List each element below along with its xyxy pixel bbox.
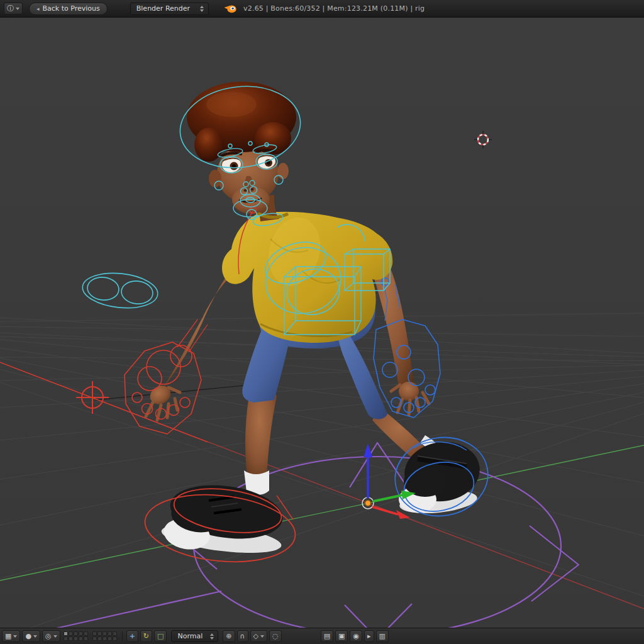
layer-toggle[interactable] [69,636,73,641]
dropdown-arrow-icon [16,8,19,10]
layer-toggle[interactable] [84,631,88,636]
snap-element-selector[interactable]: ◇ [250,630,267,642]
sequencer-display-icon: ▥ [379,633,386,640]
layer-toggle[interactable] [79,631,83,636]
gizmo-y-arrow[interactable] [373,495,402,501]
nostril [243,189,247,192]
layer-toggle[interactable] [69,631,73,636]
render-display-button[interactable]: ▣ [335,630,348,642]
grid-line [0,324,644,536]
right-thumb [391,385,400,391]
dropdown-arrow-icon [13,635,17,638]
layer-toggle[interactable] [113,631,117,636]
screen-layout-button[interactable]: ▤ [321,630,333,642]
layer-toggle[interactable] [64,631,68,636]
left-lower-leg [245,389,277,479]
layer-toggle[interactable] [103,631,107,636]
right-hand-ring[interactable] [382,362,397,377]
editor-type-selector[interactable]: ⓘ [4,3,23,14]
back-button-label: Back to Previous [43,4,100,13]
proportional-edit-button[interactable]: ◌ [269,630,282,642]
layer-toggle[interactable] [84,636,88,641]
render-display-icon: ▣ [338,633,345,640]
info-editor-icon: ⓘ [7,4,14,13]
axes-icon: ⊕ [226,633,231,640]
opengl-render-icon: ◉ [353,633,359,640]
viewport-editor-type-selector[interactable]: ▦ [2,630,20,642]
left-finger-ring[interactable] [180,397,190,408]
root-control-widget[interactable] [36,443,579,639]
sequencer-display-button[interactable]: ▥ [376,630,389,642]
origin-dot [365,501,371,506]
opengl-render-button[interactable]: ◉ [350,630,362,642]
manipulator-translate-icon: + [130,633,135,640]
dropdown-arrow-icon [260,635,264,638]
editor-type-icon: ▦ [5,633,11,640]
pivot-point-selector[interactable]: ◎ [42,630,60,642]
manipulator-scale-button[interactable]: □ [154,630,167,642]
right-finger-ring[interactable] [425,385,435,395]
right-ear [277,163,289,179]
snap-magnet-icon: ∩ [240,633,245,640]
layer-toggle[interactable] [103,636,107,641]
back-arrow-icon: ◂ [36,6,40,12]
status-stats-text: v2.65 | Bones:60/352 | Mem:123.21M (0.11… [243,4,425,13]
right-finger [416,397,419,411]
proportional-edit-icon: ◌ [272,633,279,640]
transform-orientation-label: Normal [177,632,203,640]
layer-toggle[interactable] [108,636,112,641]
gizmo-x-arrow[interactable] [372,507,398,514]
viewport-header-bar: ▦ ● ◎ + ↻ □ Normal ⊕ ∩ ◇ ◌ ▤ [0,628,644,644]
layer-toggle[interactable] [92,636,97,641]
glasses-lens[interactable] [86,275,119,301]
layer-toggle[interactable] [74,631,78,636]
t-shirt [222,212,392,343]
left-thumb-ring[interactable] [132,392,142,402]
snap-toggle-button[interactable]: ∩ [237,630,248,642]
dropdown-arrows-icon [200,6,204,12]
separator [122,631,123,641]
dropdown-arrow-icon [53,635,57,638]
viewport-shading-selector[interactable]: ● [22,630,40,642]
manipulator-scale-icon: □ [157,633,164,640]
transform-orientation-dropdown[interactable]: Normal [171,630,218,642]
glasses-hull[interactable] [81,270,160,311]
layer-toggle[interactable] [113,636,117,641]
layer-toggle[interactable] [108,631,112,636]
axes-toggle-button[interactable]: ⊕ [223,630,235,642]
3d-viewport[interactable] [0,0,644,644]
dropdown-arrow-icon [33,635,37,638]
manipulator-translate-button[interactable]: + [126,630,138,642]
left-ear [209,170,221,187]
opengl-render-anim-button[interactable]: ▸ [364,630,374,642]
layers-widget [92,631,117,641]
layer-toggle[interactable] [74,636,78,641]
left-finger [175,399,177,410]
screen-layout-icon: ▤ [324,633,330,640]
blender-logo-icon [224,4,237,14]
render-engine-dropdown[interactable]: Blender Render [130,3,209,15]
manipulator-rotate-icon: ↻ [143,633,149,640]
dropdown-arrows-icon [210,633,214,640]
manipulator-rotate-button[interactable]: ↻ [140,630,152,642]
gizmo-z-arrowhead[interactable] [364,443,372,457]
info-header-bar: ⓘ ◂ Back to Previous Blender Render v2.6… [0,0,644,18]
snap-element-icon: ◇ [253,633,258,640]
back-to-previous-button[interactable]: ◂ Back to Previous [29,3,108,15]
layer-toggle[interactable] [97,631,102,636]
afro-highlight [206,92,257,117]
render-engine-label: Blender Render [136,4,190,13]
layer-toggle[interactable] [97,636,102,641]
grid-line [0,362,644,380]
viewport-shading-icon: ● [25,633,31,640]
opengl-render-anim-icon: ▸ [367,633,371,640]
glasses-lens[interactable] [120,279,153,305]
nostril [250,188,253,191]
layer-toggle[interactable] [79,636,83,641]
grid-line [0,357,644,362]
layer-toggle[interactable] [92,631,97,636]
layer-toggle[interactable] [64,636,68,641]
chest-glasses-control[interactable] [81,270,160,311]
pivot-point-icon: ◎ [45,633,52,640]
3d-cursor [474,131,492,148]
